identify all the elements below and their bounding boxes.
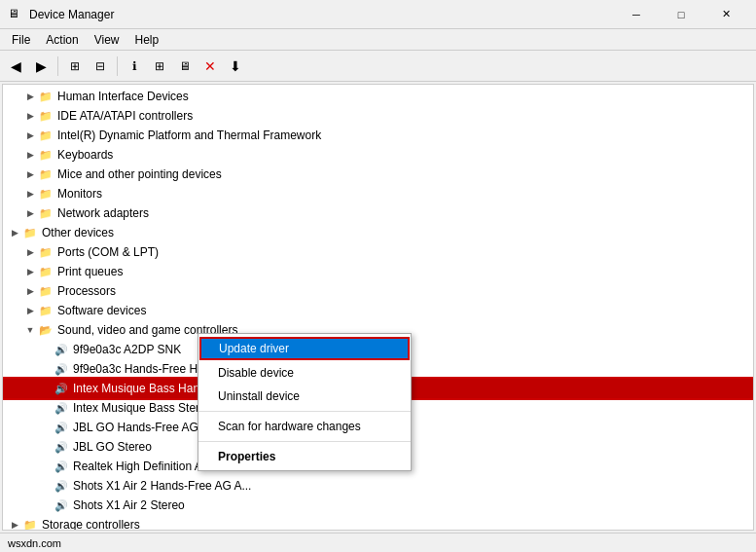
tree-item-shots-hands[interactable]: 🔊 Shots X1 Air 2 Hands-Free AG A... bbox=[3, 476, 753, 496]
expand-intex-bass-hands bbox=[38, 381, 54, 396]
menu-bar: File Action View Help bbox=[0, 29, 756, 51]
expand-network[interactable]: ▶ bbox=[22, 205, 38, 221]
icon-intex-bass-hands: 🔊 bbox=[54, 381, 69, 396]
collapse-button[interactable]: ⊟ bbox=[89, 55, 112, 78]
context-menu-properties[interactable]: Properties bbox=[198, 445, 411, 468]
label-human-interface: Human Interface Devices bbox=[57, 90, 189, 103]
menu-view[interactable]: View bbox=[87, 31, 127, 49]
label-intex-stereo: Intex Musique Bass Stereo bbox=[73, 401, 212, 415]
label-storage: Storage controllers bbox=[42, 518, 140, 531]
menu-file[interactable]: File bbox=[4, 31, 38, 49]
label-keyboards: Keyboards bbox=[57, 148, 113, 162]
label-ports: Ports (COM & LPT) bbox=[57, 245, 159, 259]
expand-processors[interactable]: ▶ bbox=[22, 283, 38, 299]
expand-intel[interactable]: ▶ bbox=[22, 128, 38, 143]
tree-item-network[interactable]: ▶ 📁 Network adapters bbox=[3, 203, 753, 223]
expand-9f9e-hf bbox=[38, 361, 54, 377]
tree-item-shots-stereo[interactable]: 🔊 Shots X1 Air 2 Stereo bbox=[3, 496, 753, 515]
expand-shots-hands bbox=[38, 478, 54, 494]
scan-button[interactable]: 🖥 bbox=[173, 55, 197, 78]
back-button[interactable]: ◀ bbox=[4, 55, 27, 78]
expand-shots-stereo bbox=[38, 497, 54, 513]
menu-help[interactable]: Help bbox=[127, 31, 167, 49]
tree-item-other-devices[interactable]: ▶ 📁 Other devices bbox=[3, 223, 753, 242]
icon-intel: 📁 bbox=[38, 128, 54, 143]
menu-action[interactable]: Action bbox=[38, 31, 86, 49]
title-bar: 🖥 Device Manager ─ □ ✕ bbox=[0, 0, 756, 29]
icon-9f9e-a2dp: 🔊 bbox=[54, 342, 69, 357]
label-print: Print queues bbox=[57, 265, 123, 278]
context-menu-scan[interactable]: Scan for hardware changes bbox=[198, 415, 411, 438]
context-menu-disable-device[interactable]: Disable device bbox=[198, 361, 411, 385]
icon-jbl-hands: 🔊 bbox=[54, 420, 69, 435]
expand-jbl-stereo bbox=[38, 439, 54, 455]
title-bar-controls: ─ □ ✕ bbox=[614, 0, 748, 29]
tree-item-ide[interactable]: ▶ 📁 IDE ATA/ATAPI controllers bbox=[3, 106, 753, 126]
expand-jbl-hands bbox=[38, 420, 54, 435]
main-content: ▶ 📁 Human Interface Devices ▶ 📁 IDE ATA/… bbox=[0, 82, 756, 533]
expand-ide[interactable]: ▶ bbox=[22, 108, 38, 124]
expand-other-devices[interactable]: ▶ bbox=[7, 225, 22, 240]
icon-keyboards: 📁 bbox=[38, 147, 54, 163]
label-shots-hands: Shots X1 Air 2 Hands-Free AG A... bbox=[73, 479, 251, 493]
icon-storage: 📁 bbox=[22, 517, 38, 531]
icon-intex-stereo: 🔊 bbox=[54, 400, 69, 416]
label-mice: Mice and other pointing devices bbox=[57, 167, 222, 181]
icon-processors: 📁 bbox=[38, 283, 54, 299]
toolbar-separator-1 bbox=[57, 56, 58, 76]
context-menu-uninstall-device[interactable]: Uninstall device bbox=[198, 385, 411, 408]
icon-network: 📁 bbox=[38, 205, 54, 221]
context-menu-separator-1 bbox=[198, 411, 411, 412]
icon-other-devices: 📁 bbox=[22, 225, 38, 240]
label-shots-stereo: Shots X1 Air 2 Stereo bbox=[73, 498, 185, 512]
toolbar: ◀ ▶ ⊞ ⊟ ℹ ⊞ 🖥 ✕ ⬇ bbox=[0, 51, 756, 82]
expand-sound[interactable]: ▼ bbox=[22, 322, 38, 338]
tree-view[interactable]: ▶ 📁 Human Interface Devices ▶ 📁 IDE ATA/… bbox=[2, 84, 754, 531]
expand-print[interactable]: ▶ bbox=[22, 264, 38, 279]
label-ide: IDE ATA/ATAPI controllers bbox=[57, 109, 193, 123]
update-driver-button[interactable]: ⊞ bbox=[148, 55, 171, 78]
expand-software[interactable]: ▶ bbox=[22, 303, 38, 318]
icon-print: 📁 bbox=[38, 264, 54, 279]
tree-item-mice[interactable]: ▶ 📁 Mice and other pointing devices bbox=[3, 165, 753, 184]
minimize-button[interactable]: ─ bbox=[614, 0, 659, 29]
expand-storage[interactable]: ▶ bbox=[7, 517, 22, 531]
tree-item-storage[interactable]: ▶ 📁 Storage controllers bbox=[3, 515, 753, 531]
tree-item-keyboards[interactable]: ▶ 📁 Keyboards bbox=[3, 145, 753, 165]
icon-mice: 📁 bbox=[38, 166, 54, 182]
label-jbl-stereo: JBL GO Stereo bbox=[73, 440, 152, 454]
icon-monitors: 📁 bbox=[38, 186, 54, 202]
expand-all-button[interactable]: ⊞ bbox=[63, 55, 87, 78]
title-bar-text: Device Manager bbox=[29, 8, 614, 21]
expand-keyboards[interactable]: ▶ bbox=[22, 147, 38, 163]
expand-mice[interactable]: ▶ bbox=[22, 166, 38, 182]
tree-item-software[interactable]: ▶ 📁 Software devices bbox=[3, 301, 753, 320]
disable-button[interactable]: ✕ bbox=[198, 55, 222, 78]
tree-item-monitors[interactable]: ▶ 📁 Monitors bbox=[3, 184, 753, 203]
icon-ide: 📁 bbox=[38, 108, 54, 124]
icon-9f9e-hf: 🔊 bbox=[54, 361, 69, 377]
tree-item-ports[interactable]: ▶ 📁 Ports (COM & LPT) bbox=[3, 242, 753, 262]
close-button[interactable]: ✕ bbox=[703, 0, 748, 29]
icon-shots-stereo: 🔊 bbox=[54, 497, 69, 513]
tree-item-human-interface[interactable]: ▶ 📁 Human Interface Devices bbox=[3, 87, 753, 106]
expand-intex-stereo bbox=[38, 400, 54, 416]
tree-item-intel[interactable]: ▶ 📁 Intel(R) Dynamic Platform and Therma… bbox=[3, 126, 753, 145]
icon-sound: 📂 bbox=[38, 322, 54, 338]
forward-button[interactable]: ▶ bbox=[29, 55, 53, 78]
label-network: Network adapters bbox=[57, 206, 149, 220]
context-menu-update-driver[interactable]: Update driver bbox=[199, 337, 410, 360]
app-icon: 🖥 bbox=[8, 7, 23, 22]
status-bar: wsxdn.com bbox=[0, 533, 756, 552]
expand-monitors[interactable]: ▶ bbox=[22, 186, 38, 202]
icon-software: 📁 bbox=[38, 303, 54, 318]
icon-human-interface: 📁 bbox=[38, 89, 54, 104]
expand-human-interface[interactable]: ▶ bbox=[22, 89, 38, 104]
tree-item-print[interactable]: ▶ 📁 Print queues bbox=[3, 262, 753, 281]
tree-item-processors[interactable]: ▶ 📁 Processors bbox=[3, 281, 753, 301]
maximize-button[interactable]: □ bbox=[659, 0, 703, 29]
label-other-devices: Other devices bbox=[42, 226, 114, 239]
expand-ports[interactable]: ▶ bbox=[22, 244, 38, 260]
uninstall-button[interactable]: ⬇ bbox=[224, 55, 247, 78]
properties-button[interactable]: ℹ bbox=[123, 55, 146, 78]
